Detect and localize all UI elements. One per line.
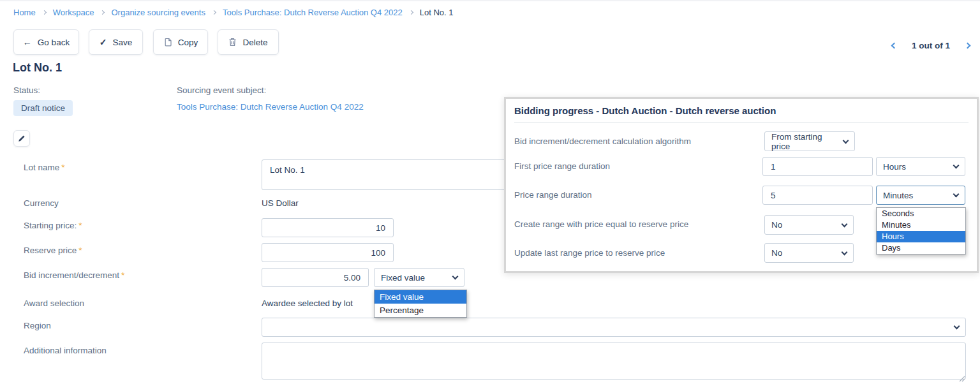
chevron-down-icon: [953, 191, 960, 198]
bid-increment-type-value: Fixed value: [381, 273, 425, 283]
dropdown-option-days[interactable]: Days: [877, 242, 965, 254]
trash-icon: [228, 38, 237, 47]
delete-label: Delete: [242, 38, 267, 47]
copy-icon: [163, 38, 172, 47]
chevron-down-icon: [842, 221, 848, 227]
breadcrumb-current-lot: Lot No. 1: [420, 8, 454, 17]
status-label: Status:: [13, 85, 40, 95]
modal-title: Bidding progress - Dutch Auction - Dutch…: [514, 105, 776, 116]
required-marker: *: [78, 221, 82, 230]
region-select[interactable]: [262, 318, 966, 337]
currency-label: Currency: [24, 198, 59, 208]
copy-button[interactable]: Copy: [153, 29, 208, 55]
sourcing-event-link[interactable]: Tools Purchase: Dutch Reverse Auction Q4…: [177, 102, 364, 112]
price-range-duration-input[interactable]: [762, 186, 873, 205]
chevron-right-icon: [409, 10, 413, 15]
breadcrumb-organize-sourcing-events[interactable]: Organize sourcing events: [111, 8, 205, 17]
additional-information-label: Additional information: [24, 346, 107, 355]
bid-increment-type-dropdown: Fixed value Percentage: [374, 290, 467, 318]
bidding-progress-modal: Bidding progress - Dutch Auction - Dutch…: [504, 97, 979, 273]
go-back-button[interactable]: ← Go back: [13, 29, 79, 55]
delete-button[interactable]: Delete: [218, 29, 279, 55]
chevron-down-icon: [452, 274, 459, 280]
dropdown-option-percentage[interactable]: Percentage: [375, 304, 466, 317]
status-badge: Draft notice: [13, 100, 73, 116]
calc-algorithm-select[interactable]: From starting price: [764, 131, 855, 151]
create-range-reserve-value: No: [771, 220, 782, 230]
copy-label: Copy: [178, 38, 198, 47]
save-button[interactable]: ✓ Save: [89, 29, 143, 55]
update-last-range-label: Update last range price to reserve price: [514, 248, 665, 258]
bid-increment-type-select[interactable]: Fixed value: [374, 268, 464, 287]
price-range-unit-value: Minutes: [883, 191, 913, 200]
first-price-range-unit-select[interactable]: Hours: [876, 157, 965, 176]
update-last-range-value: No: [771, 248, 782, 258]
chevron-right-icon: [100, 10, 105, 15]
lot-detail-page: Home Workspace Organize sourcing events …: [0, 0, 980, 391]
chevron-right-icon: [42, 10, 47, 15]
bid-increment-input[interactable]: [262, 268, 369, 287]
dropdown-option-seconds[interactable]: Seconds: [877, 208, 965, 219]
required-marker: *: [61, 163, 64, 172]
starting-price-label: Starting price:*: [24, 221, 82, 230]
breadcrumb-home[interactable]: Home: [13, 8, 36, 17]
calc-algorithm-value: From starting price: [771, 132, 839, 151]
required-marker: *: [78, 246, 82, 255]
first-price-range-duration-input[interactable]: [762, 157, 873, 176]
arrow-left-icon: ←: [23, 37, 32, 47]
page-title: Lot No. 1: [13, 61, 62, 75]
check-icon: ✓: [100, 37, 107, 47]
breadcrumb-workspace[interactable]: Workspace: [53, 8, 94, 17]
chevron-down-icon: [842, 249, 848, 255]
breadcrumb: Home Workspace Organize sourcing events …: [13, 8, 454, 17]
create-range-reserve-select[interactable]: No: [764, 215, 854, 235]
required-marker: *: [121, 270, 124, 280]
resize-grip-icon[interactable]: [959, 373, 965, 385]
pagination-label: 1 out of 1: [912, 41, 950, 50]
save-label: Save: [112, 38, 132, 47]
create-range-reserve-label: Create range with price equal to reserve…: [514, 219, 688, 229]
update-last-range-select[interactable]: No: [764, 243, 854, 263]
dropdown-option-minutes[interactable]: Minutes: [877, 219, 965, 231]
edit-button[interactable]: [13, 130, 30, 147]
dropdown-option-hours[interactable]: Hours: [877, 231, 965, 242]
first-price-range-duration-label: First price range duration: [514, 161, 610, 171]
page-top-divider: [0, 0, 980, 1]
award-selection-label: Award selection: [24, 299, 84, 308]
modal-divider: [514, 122, 969, 123]
go-back-label: Go back: [38, 38, 70, 47]
dropdown-option-fixed-value[interactable]: Fixed value: [375, 290, 466, 304]
price-range-duration-label: Price range duration: [514, 190, 592, 200]
bid-increment-label: Bid increment/decrement*: [24, 270, 124, 280]
sourcing-event-subject-label: Sourcing event subject:: [177, 85, 266, 95]
chevron-down-icon: [953, 163, 960, 169]
chevron-right-icon: [212, 10, 216, 15]
calc-algorithm-label: Bid increment/decrement calculation algo…: [514, 136, 691, 146]
lot-name-label: Lot name*: [24, 163, 65, 172]
price-range-unit-select[interactable]: Minutes: [876, 186, 965, 205]
currency-value: US Dollar: [262, 198, 299, 208]
reserve-price-input[interactable]: [262, 243, 394, 262]
additional-information-input[interactable]: [262, 343, 966, 380]
pencil-icon: [18, 135, 26, 142]
region-label: Region: [24, 321, 51, 330]
starting-price-input[interactable]: [262, 218, 394, 237]
chevron-down-icon: [843, 137, 849, 144]
next-record-icon[interactable]: [965, 42, 971, 48]
award-selection-value: Awardee selected by lot: [262, 299, 353, 308]
breadcrumb-sourcing-event[interactable]: Tools Purchase: Dutch Reverse Auction Q4…: [223, 8, 403, 17]
chevron-down-icon: [954, 323, 960, 330]
first-price-range-unit-value: Hours: [883, 162, 906, 172]
reserve-price-label: Reserve price*: [24, 246, 82, 255]
time-unit-dropdown: Seconds Minutes Hours Days: [876, 207, 966, 255]
previous-record-icon[interactable]: [891, 42, 898, 48]
record-pagination: 1 out of 1: [892, 38, 970, 52]
